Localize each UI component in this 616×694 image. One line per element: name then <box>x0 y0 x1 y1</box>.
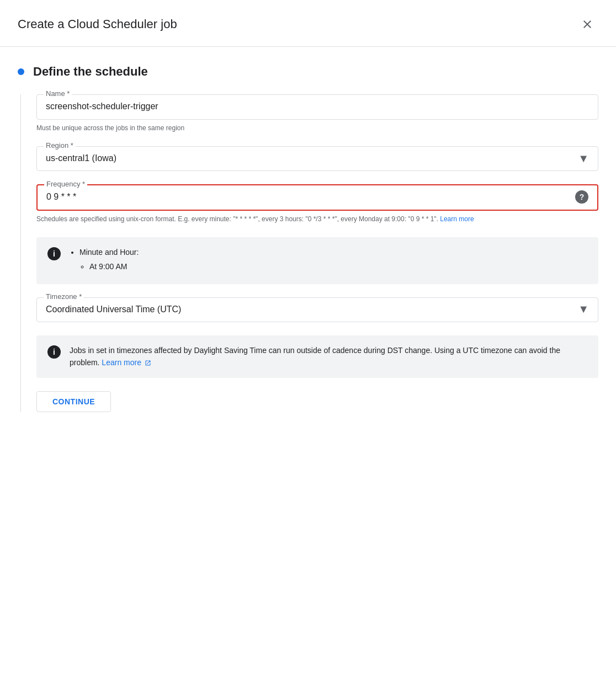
region-field-wrapper: Region * us-central1 (Iowa) us-east1 (So… <box>36 146 598 171</box>
section-dot <box>18 68 24 75</box>
region-select[interactable]: us-central1 (Iowa) us-east1 (South Carol… <box>46 151 589 165</box>
close-icon <box>581 18 594 31</box>
dst-learn-more-link[interactable]: Learn more <box>102 358 151 367</box>
frequency-help-icon[interactable]: ? <box>575 190 588 204</box>
frequency-input[interactable] <box>46 190 571 204</box>
dialog-body: Define the schedule Name * Must be uniqu… <box>0 47 616 694</box>
info-icon-label: i <box>53 249 55 258</box>
schedule-bullet-sub: At 9:00 AM <box>89 260 139 273</box>
region-select-wrapper: us-central1 (Iowa) us-east1 (South Carol… <box>46 151 589 165</box>
frequency-hint: Schedules are specified using unix-cron … <box>36 214 598 224</box>
name-hint: Must be unique across the jobs in the sa… <box>36 123 598 133</box>
frequency-wrapper: ? <box>46 190 588 204</box>
schedule-info-box: i Minute and Hour: At 9:00 AM <box>36 237 598 284</box>
frequency-learn-more-link[interactable]: Learn more <box>440 215 474 223</box>
timezone-field-wrapper: Timezone * Coordinated Universal Time (U… <box>36 297 598 322</box>
frequency-field-wrapper: Frequency * ? <box>36 184 598 211</box>
name-input[interactable] <box>46 99 589 114</box>
dst-info-box: i Jobs in set in timezones affected by D… <box>36 335 598 378</box>
external-link-icon <box>145 360 151 366</box>
schedule-info-content: Minute and Hour: At 9:00 AM <box>70 246 139 275</box>
schedule-info-icon: i <box>47 247 61 260</box>
timezone-select-wrapper: Coordinated Universal Time (UTC) America… <box>46 302 589 316</box>
dst-icon-label: i <box>53 348 55 356</box>
dst-info-icon: i <box>47 345 61 359</box>
button-area: CONTINUE <box>36 391 598 412</box>
continue-button[interactable]: CONTINUE <box>36 391 111 412</box>
help-icon-label: ? <box>580 193 585 201</box>
name-field-wrapper: Name * <box>36 94 598 120</box>
dst-info-content: Jobs in set in timezones affected by Day… <box>70 344 587 369</box>
name-field-group: Name * Must be unique across the jobs in… <box>36 94 598 133</box>
frequency-field-group: Frequency * ? Schedules are specified us… <box>36 184 598 224</box>
schedule-bullet-main: Minute and Hour: <box>79 246 139 258</box>
name-label: Name * <box>44 89 72 98</box>
timezone-select[interactable]: Coordinated Universal Time (UTC) America… <box>46 302 589 316</box>
form-area: Name * Must be unique across the jobs in… <box>20 94 598 412</box>
timezone-field-group: Timezone * Coordinated Universal Time (U… <box>36 297 598 322</box>
timezone-label: Timezone * <box>44 292 84 301</box>
section-title: Define the schedule <box>33 65 148 79</box>
frequency-label: Frequency * <box>44 180 87 188</box>
region-field-group: Region * us-central1 (Iowa) us-east1 (So… <box>36 146 598 171</box>
close-button[interactable] <box>576 13 598 35</box>
region-label: Region * <box>44 141 76 150</box>
section-header: Define the schedule <box>18 65 598 79</box>
dialog-title: Create a Cloud Scheduler job <box>18 17 177 31</box>
dialog-header: Create a Cloud Scheduler job <box>0 0 616 47</box>
dialog: Create a Cloud Scheduler job Define the … <box>0 0 616 694</box>
